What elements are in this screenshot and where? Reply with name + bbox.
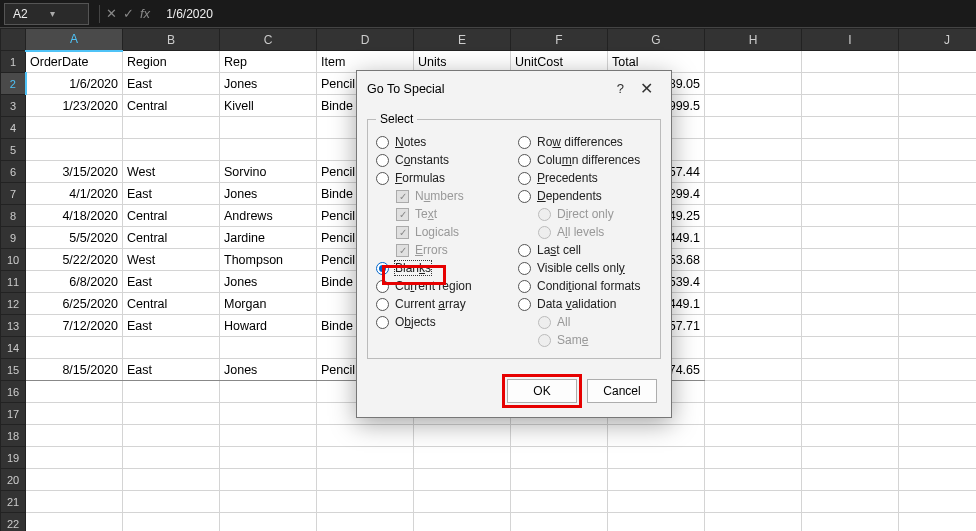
cell-J7[interactable] <box>899 183 977 205</box>
col-header-E[interactable]: E <box>414 29 511 51</box>
cell-H6[interactable] <box>705 161 802 183</box>
cell-H12[interactable] <box>705 293 802 315</box>
cell-A1[interactable]: OrderDate <box>26 51 123 73</box>
cell-I19[interactable] <box>802 447 899 469</box>
cell-B15[interactable]: East <box>123 359 220 381</box>
option-visible[interactable]: Visible cells only <box>518 260 652 276</box>
cell-H3[interactable] <box>705 95 802 117</box>
col-header-C[interactable]: C <box>220 29 317 51</box>
cell-I12[interactable] <box>802 293 899 315</box>
accept-formula-icon[interactable]: ✓ <box>123 6 134 21</box>
cell-C4[interactable] <box>220 117 317 139</box>
option-blanks[interactable]: Blanks <box>376 260 510 276</box>
close-icon[interactable]: ✕ <box>632 77 661 100</box>
cell-G18[interactable] <box>608 425 705 447</box>
cell-H8[interactable] <box>705 205 802 227</box>
cell-B5[interactable] <box>123 139 220 161</box>
cell-A16[interactable] <box>26 381 123 403</box>
cell-J10[interactable] <box>899 249 977 271</box>
cell-A8[interactable]: 4/18/2020 <box>26 205 123 227</box>
row-header-9[interactable]: 9 <box>1 227 26 249</box>
cell-B20[interactable] <box>123 469 220 491</box>
cell-A20[interactable] <box>26 469 123 491</box>
option-constants[interactable]: Constants <box>376 152 510 168</box>
cell-B17[interactable] <box>123 403 220 425</box>
cell-J20[interactable] <box>899 469 977 491</box>
cell-H1[interactable] <box>705 51 802 73</box>
cell-C19[interactable] <box>220 447 317 469</box>
row-header-1[interactable]: 1 <box>1 51 26 73</box>
col-header-A[interactable]: A <box>26 29 123 51</box>
cell-I10[interactable] <box>802 249 899 271</box>
cell-C13[interactable]: Howard <box>220 315 317 337</box>
cell-B8[interactable]: Central <box>123 205 220 227</box>
cell-I16[interactable] <box>802 381 899 403</box>
cell-J3[interactable] <box>899 95 977 117</box>
row-header-20[interactable]: 20 <box>1 469 26 491</box>
row-header-2[interactable]: 2 <box>1 73 26 95</box>
cell-J6[interactable] <box>899 161 977 183</box>
cell-C7[interactable]: Jones <box>220 183 317 205</box>
cell-H22[interactable] <box>705 513 802 532</box>
col-header-I[interactable]: I <box>802 29 899 51</box>
cell-J16[interactable] <box>899 381 977 403</box>
option-dependents[interactable]: Dependents <box>518 188 652 204</box>
cell-H5[interactable] <box>705 139 802 161</box>
cell-B6[interactable]: West <box>123 161 220 183</box>
row-header-11[interactable]: 11 <box>1 271 26 293</box>
option-cond-fmt[interactable]: Conditional formats <box>518 278 652 294</box>
fx-icon[interactable]: fx <box>140 6 150 21</box>
cell-D19[interactable] <box>317 447 414 469</box>
select-all-corner[interactable] <box>1 29 26 51</box>
row-header-5[interactable]: 5 <box>1 139 26 161</box>
cancel-button[interactable]: Cancel <box>587 379 657 403</box>
col-header-J[interactable]: J <box>899 29 977 51</box>
row-header-21[interactable]: 21 <box>1 491 26 513</box>
cell-J22[interactable] <box>899 513 977 532</box>
cell-A3[interactable]: 1/23/2020 <box>26 95 123 117</box>
cell-J13[interactable] <box>899 315 977 337</box>
option-notes[interactable]: Notes <box>376 134 510 150</box>
cell-A11[interactable]: 6/8/2020 <box>26 271 123 293</box>
row-header-22[interactable]: 22 <box>1 513 26 532</box>
cell-J12[interactable] <box>899 293 977 315</box>
col-header-G[interactable]: G <box>608 29 705 51</box>
cell-I1[interactable] <box>802 51 899 73</box>
cell-A22[interactable] <box>26 513 123 532</box>
cell-C22[interactable] <box>220 513 317 532</box>
cell-F22[interactable] <box>511 513 608 532</box>
cell-A10[interactable]: 5/22/2020 <box>26 249 123 271</box>
cell-G19[interactable] <box>608 447 705 469</box>
row-header-16[interactable]: 16 <box>1 381 26 403</box>
cell-F19[interactable] <box>511 447 608 469</box>
cell-I20[interactable] <box>802 469 899 491</box>
cell-C2[interactable]: Jones <box>220 73 317 95</box>
cell-D18[interactable] <box>317 425 414 447</box>
row-header-14[interactable]: 14 <box>1 337 26 359</box>
cell-C14[interactable] <box>220 337 317 359</box>
cell-H13[interactable] <box>705 315 802 337</box>
cell-A6[interactable]: 3/15/2020 <box>26 161 123 183</box>
cell-A12[interactable]: 6/25/2020 <box>26 293 123 315</box>
cell-B18[interactable] <box>123 425 220 447</box>
cell-E18[interactable] <box>414 425 511 447</box>
row-header-4[interactable]: 4 <box>1 117 26 139</box>
cell-A18[interactable] <box>26 425 123 447</box>
cell-B14[interactable] <box>123 337 220 359</box>
cancel-formula-icon[interactable]: ✕ <box>106 6 117 21</box>
cell-J1[interactable] <box>899 51 977 73</box>
cell-H11[interactable] <box>705 271 802 293</box>
row-header-13[interactable]: 13 <box>1 315 26 337</box>
name-box-dropdown-icon[interactable]: ▾ <box>50 8 81 19</box>
row-header-3[interactable]: 3 <box>1 95 26 117</box>
cell-F21[interactable] <box>511 491 608 513</box>
cell-B2[interactable]: East <box>123 73 220 95</box>
row-header-8[interactable]: 8 <box>1 205 26 227</box>
cell-C10[interactable]: Thompson <box>220 249 317 271</box>
cell-B13[interactable]: East <box>123 315 220 337</box>
cell-E20[interactable] <box>414 469 511 491</box>
col-header-H[interactable]: H <box>705 29 802 51</box>
option-row-diff[interactable]: Row differences <box>518 134 652 150</box>
cell-I15[interactable] <box>802 359 899 381</box>
row-header-7[interactable]: 7 <box>1 183 26 205</box>
